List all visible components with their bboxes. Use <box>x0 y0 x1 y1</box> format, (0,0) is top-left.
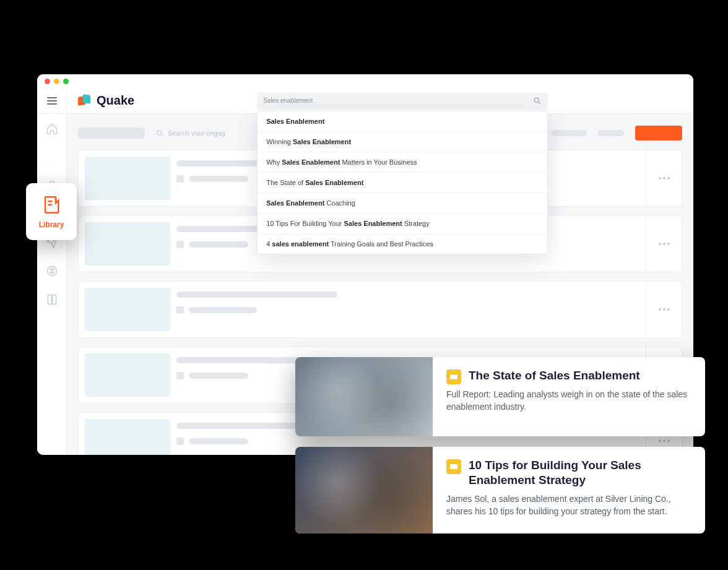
result-preview-card[interactable]: 10 Tips for Building Your Sales Enableme… <box>295 447 705 533</box>
book-icon[interactable] <box>46 293 58 306</box>
svg-line-1 <box>539 101 540 103</box>
preview-thumbnail <box>295 447 433 533</box>
card-thumbnail <box>85 353 170 397</box>
toolbar-placeholder <box>598 130 624 136</box>
result-preview-card[interactable]: The State of Sales Enablement Full Repor… <box>295 357 705 436</box>
global-search[interactable]: Sales Enablement Winning Sales Enablemen… <box>257 92 548 110</box>
primary-cta-button[interactable] <box>635 126 682 140</box>
menu-button[interactable] <box>37 88 67 113</box>
card-more-button[interactable] <box>646 150 682 206</box>
logo-icon <box>78 95 92 107</box>
preview-title: 10 Tips for Building Your Sales Enableme… <box>469 458 691 488</box>
suggestion-item[interactable]: The State of Sales Enablement <box>258 173 547 193</box>
slides-icon <box>446 369 461 384</box>
suggestion-item[interactable]: Sales Enablement <box>258 111 547 132</box>
card-thumbnail <box>85 419 170 455</box>
meta-icon <box>176 175 184 183</box>
library-icon <box>41 194 62 215</box>
slides-icon <box>446 459 461 474</box>
hashtag-icon[interactable] <box>46 265 58 277</box>
card-more-button[interactable] <box>646 216 682 272</box>
toolbar-placeholder <box>551 130 587 136</box>
app-brand: Quake <box>67 93 145 108</box>
more-icon <box>659 177 670 179</box>
library-chip-label: Library <box>39 220 64 229</box>
filter-placeholder <box>78 127 145 139</box>
minimize-window-dot[interactable] <box>54 79 59 84</box>
maximize-window-dot[interactable] <box>63 79 69 84</box>
preview-body: The State of Sales Enablement Full Repor… <box>433 357 705 436</box>
suggestion-item[interactable]: Why Sales Enablement Matters in Your Bus… <box>258 152 547 173</box>
content-card[interactable] <box>78 281 682 338</box>
preview-description: James Sol, a sales enablement expert at … <box>446 493 691 518</box>
suggestion-item[interactable]: Winning Sales Enablement <box>258 132 547 152</box>
home-icon[interactable] <box>46 123 58 135</box>
svg-point-3 <box>47 267 56 276</box>
svg-point-4 <box>157 131 161 135</box>
global-search-input[interactable] <box>263 97 533 104</box>
content-search-placeholder: Search your engag <box>168 129 225 137</box>
card-meta-placeholder <box>189 176 248 182</box>
window-titlebar <box>37 74 693 88</box>
top-chrome: Quake Sales Enablement Winning Sales Ena… <box>37 88 693 114</box>
suggestion-item[interactable]: 4 sales enablement Training Goals and Be… <box>258 234 547 254</box>
card-thumbnail <box>85 157 170 200</box>
search-icon <box>533 97 542 105</box>
svg-point-0 <box>534 98 539 102</box>
svg-line-5 <box>161 134 163 136</box>
suggestion-item[interactable]: Sales Enablement Coaching <box>258 193 547 214</box>
preview-body: 10 Tips for Building Your Sales Enableme… <box>433 447 705 533</box>
brand-name: Quake <box>97 93 134 108</box>
library-callout-chip[interactable]: Library <box>26 183 77 240</box>
preview-description: Full Report: Leading analysts weigh in o… <box>446 388 691 413</box>
search-suggestions-dropdown: Sales Enablement Winning Sales Enablemen… <box>257 111 548 254</box>
close-window-dot[interactable] <box>45 79 50 84</box>
search-icon <box>156 129 164 137</box>
card-thumbnail <box>85 222 170 266</box>
preview-thumbnail <box>295 357 433 436</box>
suggestion-item[interactable]: 10 Tips For Building Your Sales Enableme… <box>258 214 547 234</box>
preview-title: The State of Sales Enablement <box>469 368 640 383</box>
card-more-button[interactable] <box>646 282 682 337</box>
nav-rail <box>37 114 67 455</box>
hamburger-icon <box>47 97 57 105</box>
card-thumbnail <box>85 288 170 331</box>
